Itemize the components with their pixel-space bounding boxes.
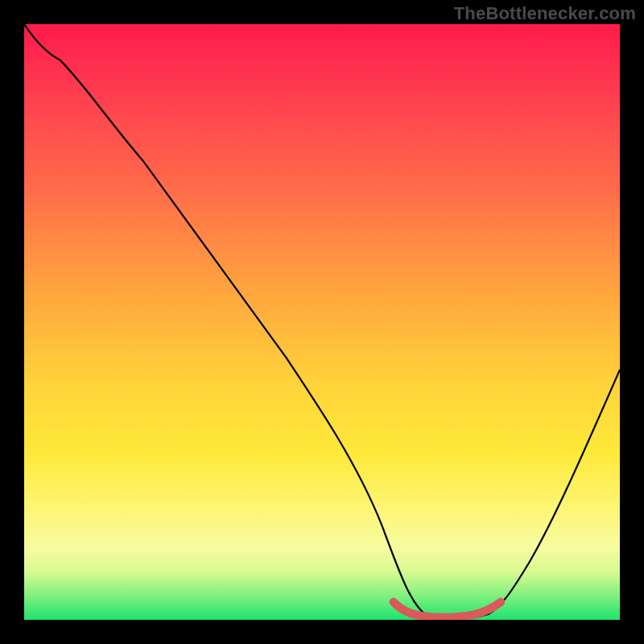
watermark-text: TheBottlenecker.com	[454, 3, 636, 24]
chart-frame: TheBottlenecker.com	[0, 0, 644, 644]
plot-area	[24, 24, 620, 620]
highlight-segment	[394, 602, 501, 617]
curve-layer	[24, 24, 620, 620]
bottleneck-curve	[24, 24, 620, 619]
